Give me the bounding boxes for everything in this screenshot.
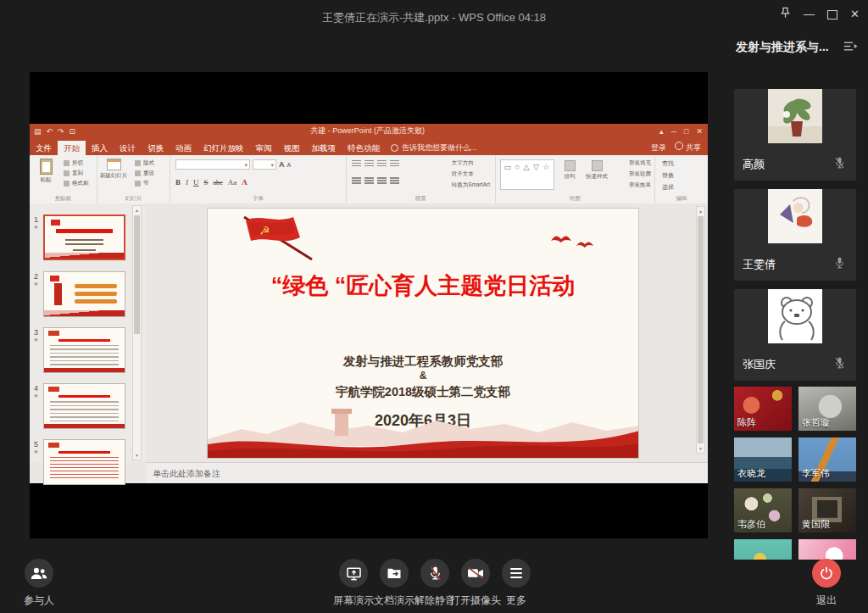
shape-effects-button[interactable]: 形状效果 [629, 181, 651, 189]
find-button[interactable]: 查找 [662, 159, 674, 168]
sign-in-button[interactable]: 登录 [651, 141, 666, 155]
tab-file[interactable]: 文件 [30, 141, 58, 155]
tab-transitions[interactable]: 切换 [142, 141, 170, 155]
strikethrough-button[interactable]: S [204, 178, 209, 187]
scrollbar-thumb[interactable] [698, 216, 704, 443]
replace-button[interactable]: 替换 [662, 171, 674, 180]
format-painter-button[interactable]: 格式刷 [64, 180, 89, 187]
tab-addins[interactable]: 加载项 [306, 141, 342, 155]
slide-scrollbar[interactable]: ▲ ▼ [696, 206, 705, 454]
close-button[interactable]: ✕ [850, 7, 860, 22]
shape-gallery[interactable]: ▭ ○ △ ▽ ☆ [500, 159, 554, 190]
participant-tile[interactable]: 张国庆 [734, 289, 856, 381]
tab-insert[interactable]: 插入 [86, 141, 114, 155]
unmute-button[interactable]: 解除静音 [415, 559, 455, 608]
font-size-select[interactable]: ▾ [253, 159, 276, 170]
text-direction-button[interactable]: 文字方向 [452, 159, 490, 167]
exit-button[interactable]: 退出 [812, 559, 841, 608]
ppt-close-button[interactable]: ✕ [696, 127, 703, 136]
font-name-select[interactable]: ▾ [175, 159, 250, 170]
slide-thumbnail-5[interactable] [43, 439, 125, 485]
scroll-down-icon[interactable]: ▼ [133, 453, 141, 458]
participant-tile[interactable]: 王雯倩 [734, 189, 856, 281]
align-right-icon[interactable] [377, 177, 387, 185]
tab-animations[interactable]: 动画 [170, 141, 198, 155]
participant-tile[interactable]: 张哲璇 [798, 387, 856, 431]
share-button[interactable]: 共享 [675, 141, 701, 155]
tab-view[interactable]: 视图 [278, 141, 306, 155]
ppt-minimize-button[interactable]: ─ [671, 127, 676, 136]
participants-button[interactable]: 参与人 [24, 559, 54, 608]
camera-button[interactable]: 打开摄像头 [450, 559, 501, 608]
layout-button[interactable]: 版式 [135, 159, 154, 167]
redo-icon[interactable]: ↷ [58, 127, 64, 136]
participant-tile[interactable] [798, 539, 856, 560]
numbering-icon[interactable] [364, 160, 374, 168]
new-slide-button[interactable]: 新建幻灯片 [99, 159, 128, 180]
font-color-button[interactable]: A [242, 178, 248, 187]
char-spacing-button[interactable]: Aa [228, 178, 237, 187]
slide-thumbnail-3[interactable] [43, 327, 125, 373]
arrange-button[interactable]: 排列 [557, 160, 582, 181]
thumbnail-scrollbar[interactable]: ▲ ▼ [132, 205, 142, 460]
bullets-icon[interactable] [352, 160, 361, 168]
cut-button[interactable]: 剪切 [64, 159, 89, 167]
select-button[interactable]: 选择 [662, 183, 674, 192]
section-button[interactable]: 节 [135, 180, 154, 187]
shape-outline-button[interactable]: 形状轮廓 [629, 170, 651, 178]
people-icon [31, 566, 47, 580]
tab-review[interactable]: 审阅 [250, 141, 278, 155]
indent-icon[interactable] [377, 160, 387, 168]
smartart-button[interactable]: 转换为SmartArt [452, 181, 490, 189]
screen-share-button[interactable]: 屏幕演示 [333, 559, 374, 608]
collapse-sidebar-icon[interactable] [843, 40, 858, 55]
notes-placeholder[interactable]: 单击此处添加备注 [146, 462, 708, 483]
slide-thumbnail-2[interactable] [43, 271, 125, 317]
maximize-button[interactable] [827, 10, 837, 20]
participant-tile[interactable] [734, 539, 792, 560]
italic-button[interactable]: I [186, 178, 188, 187]
justify-icon[interactable] [390, 177, 399, 185]
slide-thumbnail-1[interactable] [43, 215, 125, 260]
tell-me-box[interactable]: 告诉我您想要做什么... [386, 141, 482, 155]
align-center-icon[interactable] [364, 177, 374, 185]
shrink-font-button[interactable]: A [287, 162, 292, 168]
ribbon-options-icon[interactable]: ▴ [659, 127, 664, 136]
align-left-icon[interactable] [352, 177, 361, 185]
quick-styles-button[interactable]: 快速样式 [584, 160, 609, 181]
scroll-up-icon[interactable]: ▲ [133, 208, 141, 213]
copy-button[interactable]: 复制 [64, 170, 89, 177]
shape-fill-button[interactable]: 形状填充 [629, 159, 651, 167]
participant-tile[interactable]: 陈阵 [734, 387, 792, 431]
line-spacing-icon[interactable] [390, 160, 399, 168]
doc-share-button[interactable]: 文档演示 [374, 559, 415, 608]
slide-editing-area[interactable]: ☭ “绿色 “匠心育人主题党日活动 发射与推进工程系教师党支部 & 宇航学院20… [207, 208, 639, 459]
bold-button[interactable]: B [175, 178, 181, 187]
reset-button[interactable]: 重设 [135, 170, 154, 177]
participant-tile[interactable]: 李军伟 [798, 437, 856, 482]
participant-tile[interactable]: 高颜 [734, 89, 856, 181]
paste-button[interactable]: 粘贴 [31, 159, 60, 184]
ppt-restore-button[interactable]: □ [684, 127, 688, 136]
align-text-button[interactable]: 对齐文本 [452, 170, 490, 178]
underline-button[interactable]: U [193, 178, 199, 187]
slide-thumbnail-4[interactable] [43, 383, 125, 429]
pin-icon[interactable] [780, 6, 791, 23]
tab-home[interactable]: 开始 [58, 141, 86, 155]
scroll-down-icon[interactable]: ▼ [697, 446, 704, 451]
participant-tile[interactable]: 黄国限 [798, 488, 856, 532]
tab-features[interactable]: 特色功能 [342, 141, 386, 155]
tab-design[interactable]: 设计 [114, 141, 142, 155]
save-icon[interactable]: ▤ [34, 127, 42, 136]
shadow-button[interactable]: abc [214, 179, 223, 187]
grow-font-button[interactable]: A [279, 160, 285, 169]
scrollbar-thumb[interactable] [134, 215, 140, 334]
scroll-up-icon[interactable]: ▲ [697, 209, 704, 214]
participant-tile[interactable]: 韦彦伯 [734, 488, 792, 532]
minimize-button[interactable]: — [804, 7, 815, 22]
tab-slideshow[interactable]: 幻灯片放映 [198, 141, 250, 155]
more-button[interactable]: 更多 [502, 559, 531, 608]
slideshow-icon[interactable]: ⊡ [70, 127, 76, 136]
undo-icon[interactable]: ↶ [47, 127, 53, 136]
participant-tile[interactable]: 衣晓龙 [734, 437, 792, 482]
